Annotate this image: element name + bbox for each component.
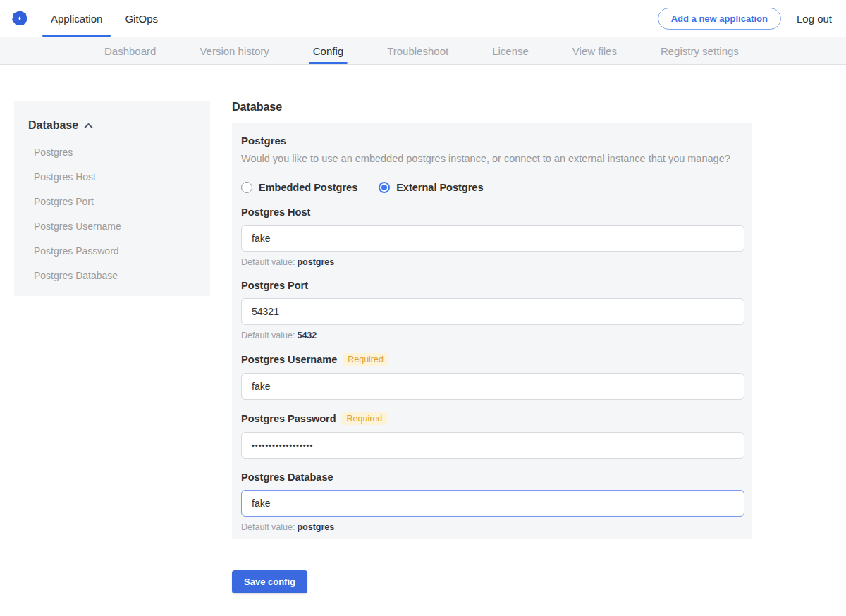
postgres-password-label: Postgres Password (241, 413, 336, 424)
default-label: Default value: (241, 522, 295, 532)
config-card: Postgres Would you like to use an embedd… (232, 123, 752, 539)
sidebar-item-postgres[interactable]: Postgres (34, 147, 196, 157)
sidebar-item-postgres-host[interactable]: Postgres Host (34, 172, 196, 182)
radio-external-postgres[interactable]: External Postgres (379, 182, 483, 193)
sidebar-group-database[interactable]: Database (28, 119, 196, 132)
config-sidebar: Database Postgres Postgres Host Postgres… (14, 101, 210, 296)
subnav-dashboard[interactable]: Dashboard (104, 37, 156, 64)
subnav-view-files[interactable]: View files (572, 37, 617, 64)
field-postgres-database: Postgres Database Default value:postgres (241, 472, 744, 532)
sidebar-item-postgres-database[interactable]: Postgres Database (34, 271, 196, 281)
default-label: Default value: (241, 257, 295, 267)
logout-link[interactable]: Log out (797, 13, 832, 25)
field-postgres-host: Postgres Host Default value:postgres (241, 207, 744, 267)
default-value: postgres (297, 522, 334, 532)
tab-application-label: Application (51, 13, 102, 25)
postgres-port-label: Postgres Port (241, 280, 308, 291)
postgres-host-input[interactable] (241, 225, 744, 252)
default-label: Default value: (241, 331, 295, 340)
field-postgres-username: Postgres Username Required (241, 353, 744, 400)
config-group-title: Database (232, 101, 752, 113)
subnav-license[interactable]: License (492, 37, 529, 64)
tab-application[interactable]: Application (39, 0, 114, 37)
radio-unselected-icon[interactable] (241, 182, 252, 193)
subnav-config[interactable]: Config (313, 37, 343, 64)
top-tabs: Application GitOps (39, 0, 169, 37)
radio-selected-icon[interactable] (379, 182, 390, 193)
chevron-up-icon (84, 123, 93, 129)
kots-logo-icon (11, 10, 28, 27)
sidebar-item-postgres-username[interactable]: Postgres Username (34, 221, 196, 231)
postgres-database-input[interactable] (241, 490, 744, 517)
app-sub-nav: Dashboard Version history Config Trouble… (0, 37, 846, 65)
sidebar-group-label: Database (28, 119, 78, 132)
top-nav-right: Add a new application Log out (658, 8, 832, 30)
config-main: Database Postgres Would you like to use … (232, 101, 752, 593)
subnav-registry-settings[interactable]: Registry settings (661, 37, 739, 64)
section-description: Would you like to use an embedded postgr… (241, 153, 744, 164)
tab-gitops[interactable]: GitOps (114, 0, 169, 37)
postgres-username-label: Postgres Username (241, 354, 337, 365)
postgres-host-default: Default value:postgres (241, 257, 744, 267)
save-config-button[interactable]: Save config (232, 570, 307, 593)
required-badge: Required (342, 412, 388, 425)
content-area: Database Postgres Postgres Host Postgres… (0, 65, 846, 593)
postgres-port-input[interactable] (241, 298, 744, 325)
default-value: postgres (297, 257, 334, 267)
field-postgres-password: Postgres Password Required (241, 412, 744, 459)
postgres-type-radio-group: Embedded Postgres External Postgres (241, 182, 744, 193)
postgres-username-input[interactable] (241, 373, 744, 400)
subnav-troubleshoot[interactable]: Troubleshoot (387, 37, 448, 64)
radio-embedded-postgres[interactable]: Embedded Postgres (241, 182, 357, 193)
subnav-version-history[interactable]: Version history (200, 37, 269, 64)
sidebar-item-postgres-password[interactable]: Postgres Password (34, 246, 196, 256)
postgres-password-input[interactable] (241, 432, 744, 459)
section-heading: Postgres (241, 135, 744, 147)
top-nav: Application GitOps Add a new application… (0, 0, 846, 37)
default-value: 5432 (297, 331, 317, 340)
tab-gitops-label: GitOps (125, 13, 158, 25)
required-badge: Required (343, 353, 388, 366)
postgres-database-default: Default value:postgres (241, 522, 744, 532)
radio-external-label: External Postgres (396, 182, 483, 193)
postgres-database-label: Postgres Database (241, 472, 333, 483)
field-postgres-port: Postgres Port Default value:5432 (241, 280, 744, 340)
postgres-host-label: Postgres Host (241, 207, 310, 218)
add-application-button[interactable]: Add a new application (658, 8, 781, 30)
sidebar-item-postgres-port[interactable]: Postgres Port (34, 197, 196, 207)
radio-embedded-label: Embedded Postgres (259, 182, 357, 193)
app-logo[interactable] (0, 10, 39, 27)
postgres-port-default: Default value:5432 (241, 331, 744, 340)
